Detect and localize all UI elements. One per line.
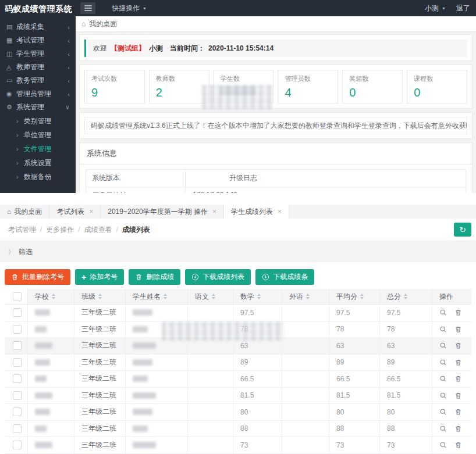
caret-down-icon: ▼ (442, 6, 446, 10)
tab[interactable]: ⌂ 考试列表 × (49, 205, 101, 219)
column-header[interactable]: 数学 (233, 289, 282, 304)
average-score-cell: 81.5 (329, 388, 380, 404)
sidebar-item[interactable]: ◉ 管理员管理 ‹ (0, 87, 76, 101)
delete-row-button[interactable] (454, 342, 462, 349)
sort-icon[interactable] (257, 294, 261, 299)
sort-icon[interactable] (306, 294, 310, 299)
column-header[interactable]: 总分 (380, 289, 432, 304)
action-button[interactable]: + 添加考号 (75, 269, 124, 285)
filter-toggle[interactable]: 〉 筛选 (0, 241, 476, 262)
column-header[interactable]: 学校 (28, 289, 74, 304)
sidebar-item[interactable]: ⚙ 系统管理 ∨ (0, 101, 76, 114)
checkbox-cell (5, 338, 28, 354)
delete-row-button[interactable] (454, 392, 462, 399)
quick-actions-menu[interactable]: 快捷操作 ▼ (112, 3, 147, 13)
view-detail-button[interactable] (439, 359, 447, 366)
row-checkbox[interactable] (13, 325, 22, 334)
delete-row-button[interactable] (454, 375, 462, 382)
user-menu[interactable]: 小测 ▼ (425, 3, 446, 13)
scores-table: 学校 班级 学生姓名 (5, 289, 471, 454)
close-icon[interactable]: × (278, 208, 282, 216)
breadcrumb-item[interactable]: 更多操作 (46, 225, 74, 235)
view-detail-button[interactable] (439, 408, 447, 416)
tab[interactable]: ⌂ 我的桌面 × (0, 205, 49, 219)
sidebar-subitem[interactable]: › 文件管理 (0, 142, 76, 156)
row-checkbox[interactable] (13, 358, 22, 367)
sort-icon[interactable] (164, 294, 167, 299)
column-header[interactable]: 学生姓名 (126, 289, 188, 304)
view-detail-button[interactable] (439, 342, 447, 349)
delete-row-button[interactable] (454, 309, 462, 316)
system-info-label: 服务器地址 (86, 187, 186, 193)
sort-icon[interactable] (52, 294, 55, 299)
select-all-checkbox[interactable] (13, 292, 22, 301)
sidebar-toggle-button[interactable] (80, 2, 95, 14)
view-detail-button[interactable] (439, 309, 447, 316)
row-checkbox[interactable] (13, 391, 22, 400)
table-row: 三年级二班 89 89 89 (5, 355, 471, 371)
column-header[interactable]: 外语 (282, 289, 329, 304)
sort-icon[interactable] (212, 294, 215, 299)
sidebar-subitem[interactable]: › 类别管理 (0, 114, 76, 128)
average-score-cell: 97.5 (329, 305, 380, 321)
close-icon[interactable]: × (212, 208, 216, 216)
close-icon[interactable]: × (89, 208, 93, 216)
row-checkbox[interactable] (13, 441, 22, 449)
view-detail-button[interactable] (439, 425, 447, 432)
view-detail-button[interactable] (439, 326, 447, 333)
sidebar-item-label: 教务管理 (16, 76, 68, 85)
action-button[interactable]: + 下载成绩条 (255, 269, 314, 285)
view-detail-button[interactable] (439, 392, 447, 399)
row-checkbox[interactable] (13, 407, 22, 416)
action-button[interactable]: + 下载成绩列表 (185, 269, 251, 285)
sort-icon[interactable] (98, 294, 102, 299)
delete-row-button[interactable] (454, 359, 462, 366)
delete-row-button[interactable] (454, 425, 462, 432)
sort-icon[interactable] (360, 294, 364, 299)
column-header-label: 数学 (240, 292, 254, 302)
sidebar-item[interactable]: ◫ 学生管理 ‹ (0, 47, 76, 60)
student-name-cell (126, 404, 188, 420)
math-score-cell: 89 (233, 355, 282, 371)
refresh-button[interactable]: ↻ (454, 223, 471, 237)
breadcrumb-item[interactable]: 考试管理 (8, 225, 36, 235)
row-checkbox[interactable] (13, 374, 22, 383)
row-checkbox[interactable] (13, 341, 22, 350)
breadcrumb-item[interactable]: 成绩列表 (122, 225, 150, 235)
view-detail-button[interactable] (439, 375, 447, 382)
column-header[interactable]: 语文 (188, 289, 233, 304)
column-header[interactable]: 操作 (432, 289, 471, 304)
total-score-cell: 97.5 (380, 305, 432, 321)
column-header-label: 总分 (387, 292, 401, 302)
sidebar-item[interactable]: ▭ 教务管理 ‹ (0, 74, 76, 87)
sidebar-item[interactable]: ▤ 成绩采集 ‹ (0, 20, 76, 34)
submenu-arrow-icon: › (16, 117, 19, 124)
delete-row-button[interactable] (454, 441, 462, 449)
chinese-score-cell (188, 371, 233, 387)
breadcrumb-item[interactable]: 成绩查看 (84, 225, 112, 235)
stat-label: 课程数 (414, 74, 460, 83)
action-button[interactable]: + 批量删除考号 (5, 269, 70, 285)
sidebar-subitem[interactable]: › 数据备份 (0, 170, 76, 184)
delete-row-button[interactable] (454, 408, 462, 416)
row-checkbox[interactable] (13, 308, 22, 317)
view-detail-button[interactable] (439, 441, 447, 449)
delete-row-button[interactable] (454, 326, 462, 333)
sidebar-item[interactable]: ▦ 考试管理 ‹ (0, 34, 76, 47)
redacted-student-name (133, 426, 148, 432)
column-header[interactable]: 班级 (74, 289, 126, 304)
tab[interactable]: ⌂ 2019~2020学年度第一学期 操作 × (101, 205, 224, 219)
column-header-label: 外语 (289, 292, 303, 302)
row-checkbox[interactable] (13, 424, 22, 433)
sort-icon[interactable] (404, 294, 407, 299)
logout-link[interactable]: 退了 (456, 3, 470, 13)
sidebar-item[interactable]: ◬ 教师管理 ‹ (0, 60, 76, 74)
column-header[interactable]: 平均分 (329, 289, 380, 304)
exam-manage-icon: ▦ (6, 37, 16, 44)
tab[interactable]: ⌂ 学生成绩列表 × (224, 205, 289, 219)
sidebar-subitem[interactable]: › 单位管理 (0, 128, 76, 142)
column-header-label: 学生姓名 (133, 292, 161, 302)
action-button[interactable]: + 删除成绩 (129, 269, 180, 285)
stat-value: 2 (156, 86, 203, 99)
sidebar-subitem[interactable]: › 系统设置 (0, 156, 76, 170)
